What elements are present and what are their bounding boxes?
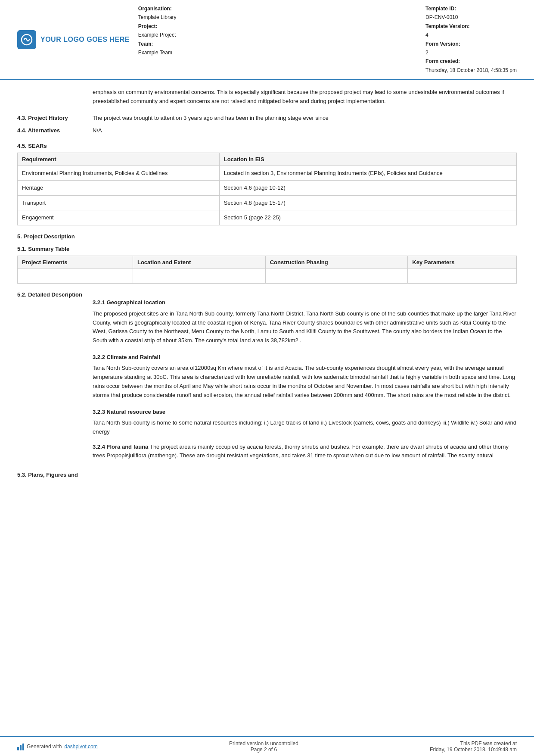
sears-location-1: Section 4.6 (page 10-12) [219, 181, 516, 196]
sears-table-row: TransportSection 4.8 (page 15-17) [18, 195, 517, 210]
sears-requirement-1: Heritage [18, 181, 220, 196]
sears-table-row: EngagementSection 5 (page 22-25) [18, 210, 517, 225]
sears-requirement-0: Environmental Planning Instruments, Poli… [18, 166, 220, 181]
footer-right: This PDF was created at Friday, 19 Octob… [430, 740, 517, 753]
logo-text: YOUR LOGO GOES HERE [40, 36, 130, 44]
summary-col1: Project Elements [18, 256, 133, 269]
dashpivot-icon [17, 743, 24, 750]
page-header: YOUR LOGO GOES HERE Organisation: Templa… [0, 0, 534, 80]
dashpivot-link[interactable]: dashpivot.com [64, 744, 97, 750]
section-5-3-content [93, 471, 517, 478]
sears-location-3: Section 5 (page 22-25) [219, 210, 516, 225]
summary-table-header-row: Project Elements Location and Extent Con… [18, 256, 517, 269]
sears-col2-header: Location in EIS [219, 153, 516, 166]
page-footer: Generated with dashpivot.com Printed ver… [0, 736, 534, 756]
section-4-3-label: 4.3. Project History [17, 114, 93, 122]
template-version-line: Template Version: 4 Form Version: 2 [425, 22, 517, 57]
section-5-3-label: 5.3. Plans, Figures and [17, 471, 93, 478]
footer-left: Generated with dashpivot.com [17, 743, 98, 750]
summary-col4: Key Parameters [408, 256, 517, 269]
main-content: emphasis on community environmental conc… [0, 80, 534, 517]
sub1-para: The proposed project sites are in Tana N… [93, 309, 517, 345]
section-4-4: 4.4. Alternatives N/A [17, 126, 517, 135]
section-5-2-label: 5.2. Detailed Description [17, 291, 93, 466]
summary-empty-4 [408, 269, 517, 284]
section-5-2-content: 3.2.1 Geographical location The proposed… [93, 291, 517, 466]
summary-table: Project Elements Location and Extent Con… [17, 256, 517, 284]
header-meta-left: Organisation: Template Library Project: … [138, 4, 177, 75]
summary-col2: Location and Extent [133, 256, 265, 269]
sub2-para: Tana North Sub-county covers an area of1… [93, 364, 517, 400]
footer-right-line2: Friday, 19 October 2018, 10:49:48 am [430, 747, 517, 753]
sub4-para: The project area is mainly occupied by a… [93, 444, 509, 459]
sub4-content: 3.2.4 Flora and fauna The project area i… [93, 443, 517, 461]
sears-requirement-3: Engagement [18, 210, 220, 225]
section-4-4-content: N/A [93, 126, 517, 135]
header-meta-right: Template ID: DP-ENV-0010 Template Versio… [425, 4, 517, 75]
sub3-para: Tana North Sub-county is home to some na… [93, 419, 517, 437]
section-5-heading: 5. Project Description [17, 233, 517, 240]
footer-right-line1: This PDF was created at [430, 740, 517, 747]
section-4-4-label: 4.4. Alternatives [17, 126, 93, 135]
logo-icon [17, 30, 36, 49]
logo-area: YOUR LOGO GOES HERE [17, 30, 130, 49]
summary-col3: Construction Phasing [265, 256, 408, 269]
section-4-3-content: The project was brought to attention 3 y… [93, 114, 517, 122]
sears-table-row: HeritageSection 4.6 (page 10-12) [18, 181, 517, 196]
generated-text: Generated with [27, 744, 62, 750]
summary-empty-1 [18, 269, 133, 284]
summary-empty-3 [265, 269, 408, 284]
sub2-heading: 3.2.2 Climate and Rainfall [93, 353, 517, 362]
sears-table-wrap: Requirement Location in EIS Environmenta… [17, 153, 517, 225]
team-line: Team: Example Team [138, 40, 177, 57]
project-line: Project: Example Project [138, 22, 177, 40]
intro-text: emphasis on community environmental conc… [93, 88, 517, 106]
sears-col1-header: Requirement [18, 153, 220, 166]
sears-requirement-2: Transport [18, 195, 220, 210]
sears-table: Requirement Location in EIS Environmenta… [17, 153, 517, 225]
form-created-line: Form created: Thursday, 18 October 2018,… [425, 57, 517, 75]
section-5-3: 5.3. Plans, Figures and [17, 471, 517, 478]
section-4-3: 4.3. Project History The project was bro… [17, 114, 517, 122]
footer-center-line1: Printed version is uncontrolled [229, 740, 298, 747]
sub3-heading: 3.2.3 Natural resource base [93, 408, 517, 416]
footer-center: Printed version is uncontrolled Page 2 o… [229, 740, 298, 753]
org-line: Organisation: Template Library [138, 4, 177, 22]
section-5-1-heading: 5.1. Summary Table [17, 246, 517, 252]
sub4-heading: 3.2.4 Flora and fauna [93, 444, 150, 450]
section-4-5-heading: 4.5. SEARs [17, 143, 517, 149]
summary-empty-2 [133, 269, 265, 284]
sears-table-row: Environmental Planning Instruments, Poli… [18, 166, 517, 181]
sears-table-header-row: Requirement Location in EIS [18, 153, 517, 166]
sears-location-2: Section 4.8 (page 15-17) [219, 195, 516, 210]
sears-location-0: Located in section 3, Environmental Plan… [219, 166, 516, 181]
summary-table-empty-row [18, 269, 517, 284]
footer-center-line2: Page 2 of 6 [229, 747, 298, 753]
sub1-heading: 3.2.1 Geographical location [93, 298, 517, 307]
section-5-2: 5.2. Detailed Description 3.2.1 Geograph… [17, 291, 517, 466]
template-id-line: Template ID: DP-ENV-0010 [425, 4, 517, 22]
header-meta: Organisation: Template Library Project: … [130, 4, 517, 75]
